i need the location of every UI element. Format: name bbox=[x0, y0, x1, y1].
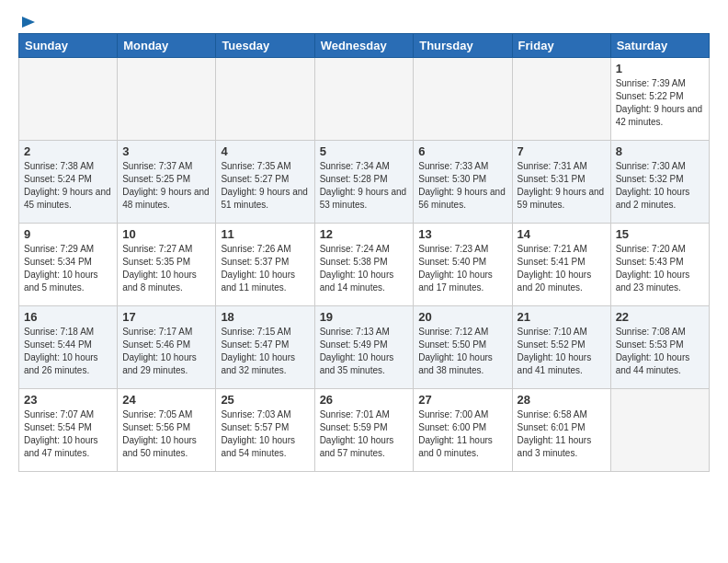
calendar-day-cell bbox=[216, 58, 314, 141]
day-number: 6 bbox=[418, 144, 506, 158]
calendar-week-row: 9Sunrise: 7:29 AM Sunset: 5:34 PM Daylig… bbox=[19, 224, 710, 306]
day-number: 21 bbox=[518, 310, 606, 324]
day-info: Sunrise: 7:18 AM Sunset: 5:44 PM Dayligh… bbox=[24, 326, 112, 377]
calendar-day-cell bbox=[512, 58, 610, 141]
calendar-day-cell: 26Sunrise: 7:01 AM Sunset: 5:59 PM Dayli… bbox=[314, 389, 414, 472]
day-info: Sunrise: 7:34 AM Sunset: 5:28 PM Dayligh… bbox=[320, 160, 409, 212]
calendar-day-cell: 23Sunrise: 7:07 AM Sunset: 5:54 PM Dayli… bbox=[19, 389, 118, 472]
day-info: Sunrise: 7:08 AM Sunset: 5:53 PM Dayligh… bbox=[616, 326, 704, 377]
day-info: Sunrise: 7:24 AM Sunset: 5:38 PM Dayligh… bbox=[320, 243, 409, 294]
day-number: 17 bbox=[122, 310, 210, 324]
weekday-header-tuesday: Tuesday bbox=[216, 34, 314, 58]
day-info: Sunrise: 7:37 AM Sunset: 5:25 PM Dayligh… bbox=[122, 160, 210, 212]
calendar-day-cell: 5Sunrise: 7:34 AM Sunset: 5:28 PM Daylig… bbox=[314, 141, 414, 224]
day-info: Sunrise: 7:33 AM Sunset: 5:30 PM Dayligh… bbox=[418, 160, 506, 212]
day-number: 13 bbox=[418, 227, 506, 241]
day-number: 8 bbox=[616, 144, 704, 158]
calendar-day-cell: 14Sunrise: 7:21 AM Sunset: 5:41 PM Dayli… bbox=[512, 224, 610, 306]
day-info: Sunrise: 7:23 AM Sunset: 5:40 PM Dayligh… bbox=[418, 243, 506, 294]
day-number: 10 bbox=[122, 227, 210, 241]
page: SundayMondayTuesdayWednesdayThursdayFrid… bbox=[0, 0, 728, 487]
calendar-day-cell bbox=[19, 58, 118, 141]
day-info: Sunrise: 7:21 AM Sunset: 5:41 PM Dayligh… bbox=[518, 243, 606, 294]
calendar-day-cell: 19Sunrise: 7:13 AM Sunset: 5:49 PM Dayli… bbox=[314, 306, 414, 389]
day-info: Sunrise: 7:29 AM Sunset: 5:34 PM Dayligh… bbox=[24, 243, 112, 294]
day-number: 18 bbox=[221, 310, 309, 324]
calendar-day-cell: 10Sunrise: 7:27 AM Sunset: 5:35 PM Dayli… bbox=[118, 224, 216, 306]
day-info: Sunrise: 7:12 AM Sunset: 5:50 PM Dayligh… bbox=[418, 326, 506, 377]
day-number: 19 bbox=[320, 310, 409, 324]
day-number: 5 bbox=[320, 144, 409, 158]
calendar-day-cell: 8Sunrise: 7:30 AM Sunset: 5:32 PM Daylig… bbox=[610, 141, 709, 224]
day-info: Sunrise: 7:35 AM Sunset: 5:27 PM Dayligh… bbox=[221, 160, 309, 212]
day-info: Sunrise: 7:01 AM Sunset: 5:59 PM Dayligh… bbox=[320, 408, 409, 460]
calendar-day-cell: 2Sunrise: 7:38 AM Sunset: 5:24 PM Daylig… bbox=[19, 141, 118, 224]
day-info: Sunrise: 7:10 AM Sunset: 5:52 PM Dayligh… bbox=[518, 326, 606, 377]
weekday-header-monday: Monday bbox=[118, 34, 216, 58]
calendar-day-cell: 13Sunrise: 7:23 AM Sunset: 5:40 PM Dayli… bbox=[414, 224, 512, 306]
day-number: 25 bbox=[221, 393, 309, 407]
day-number: 9 bbox=[24, 227, 112, 241]
day-number: 2 bbox=[24, 144, 112, 158]
calendar-day-cell: 3Sunrise: 7:37 AM Sunset: 5:25 PM Daylig… bbox=[118, 141, 216, 224]
day-number: 27 bbox=[418, 393, 506, 407]
calendar-day-cell: 24Sunrise: 7:05 AM Sunset: 5:56 PM Dayli… bbox=[118, 389, 216, 472]
calendar-day-cell: 22Sunrise: 7:08 AM Sunset: 5:53 PM Dayli… bbox=[610, 306, 709, 389]
day-info: Sunrise: 7:05 AM Sunset: 5:56 PM Dayligh… bbox=[122, 408, 210, 460]
day-number: 3 bbox=[122, 144, 210, 158]
svg-marker-0 bbox=[22, 17, 35, 28]
day-info: Sunrise: 6:58 AM Sunset: 6:01 PM Dayligh… bbox=[518, 408, 606, 460]
calendar-day-cell: 4Sunrise: 7:35 AM Sunset: 5:27 PM Daylig… bbox=[216, 141, 314, 224]
calendar-day-cell: 1Sunrise: 7:39 AM Sunset: 5:22 PM Daylig… bbox=[610, 58, 709, 141]
day-number: 7 bbox=[518, 144, 606, 158]
calendar-day-cell: 17Sunrise: 7:17 AM Sunset: 5:46 PM Dayli… bbox=[118, 306, 216, 389]
logo-flag-icon bbox=[20, 15, 37, 31]
calendar-week-row: 2Sunrise: 7:38 AM Sunset: 5:24 PM Daylig… bbox=[19, 141, 710, 224]
calendar-day-cell: 9Sunrise: 7:29 AM Sunset: 5:34 PM Daylig… bbox=[19, 224, 118, 306]
day-info: Sunrise: 7:00 AM Sunset: 6:00 PM Dayligh… bbox=[418, 408, 506, 460]
day-number: 22 bbox=[616, 310, 704, 324]
day-number: 4 bbox=[221, 144, 309, 158]
calendar-day-cell: 28Sunrise: 6:58 AM Sunset: 6:01 PM Dayli… bbox=[512, 389, 610, 472]
calendar-day-cell: 16Sunrise: 7:18 AM Sunset: 5:44 PM Dayli… bbox=[19, 306, 118, 389]
day-number: 12 bbox=[320, 227, 409, 241]
calendar-day-cell: 25Sunrise: 7:03 AM Sunset: 5:57 PM Dayli… bbox=[216, 389, 314, 472]
day-number: 1 bbox=[616, 62, 704, 75]
day-info: Sunrise: 7:27 AM Sunset: 5:35 PM Dayligh… bbox=[122, 243, 210, 294]
logo bbox=[18, 15, 37, 26]
day-number: 20 bbox=[418, 310, 506, 324]
calendar-day-cell: 21Sunrise: 7:10 AM Sunset: 5:52 PM Dayli… bbox=[512, 306, 610, 389]
calendar-day-cell: 27Sunrise: 7:00 AM Sunset: 6:00 PM Dayli… bbox=[414, 389, 512, 472]
weekday-header-friday: Friday bbox=[512, 34, 610, 58]
calendar-week-row: 1Sunrise: 7:39 AM Sunset: 5:22 PM Daylig… bbox=[19, 58, 710, 141]
calendar-day-cell: 12Sunrise: 7:24 AM Sunset: 5:38 PM Dayli… bbox=[314, 224, 414, 306]
day-number: 26 bbox=[320, 393, 409, 407]
day-info: Sunrise: 7:38 AM Sunset: 5:24 PM Dayligh… bbox=[24, 160, 112, 212]
day-info: Sunrise: 7:15 AM Sunset: 5:47 PM Dayligh… bbox=[221, 326, 309, 377]
day-number: 11 bbox=[221, 227, 309, 241]
day-info: Sunrise: 7:31 AM Sunset: 5:31 PM Dayligh… bbox=[518, 160, 606, 212]
day-info: Sunrise: 7:13 AM Sunset: 5:49 PM Dayligh… bbox=[320, 326, 409, 377]
weekday-header-thursday: Thursday bbox=[414, 34, 512, 58]
day-info: Sunrise: 7:26 AM Sunset: 5:37 PM Dayligh… bbox=[221, 243, 309, 294]
day-info: Sunrise: 7:39 AM Sunset: 5:22 PM Dayligh… bbox=[616, 77, 704, 129]
calendar-day-cell: 6Sunrise: 7:33 AM Sunset: 5:30 PM Daylig… bbox=[414, 141, 512, 224]
header bbox=[18, 15, 710, 26]
calendar-day-cell bbox=[118, 58, 216, 141]
day-number: 24 bbox=[122, 393, 210, 407]
calendar-day-cell: 15Sunrise: 7:20 AM Sunset: 5:43 PM Dayli… bbox=[610, 224, 709, 306]
calendar-table: SundayMondayTuesdayWednesdayThursdayFrid… bbox=[18, 33, 710, 472]
weekday-header-wednesday: Wednesday bbox=[314, 34, 414, 58]
calendar-day-cell bbox=[414, 58, 512, 141]
day-info: Sunrise: 7:20 AM Sunset: 5:43 PM Dayligh… bbox=[616, 243, 704, 294]
day-number: 14 bbox=[518, 227, 606, 241]
day-number: 16 bbox=[24, 310, 112, 324]
day-number: 28 bbox=[518, 393, 606, 407]
day-number: 23 bbox=[24, 393, 112, 407]
weekday-header-saturday: Saturday bbox=[610, 34, 709, 58]
calendar-day-cell: 11Sunrise: 7:26 AM Sunset: 5:37 PM Dayli… bbox=[216, 224, 314, 306]
day-number: 15 bbox=[616, 227, 704, 241]
calendar-day-cell bbox=[610, 389, 709, 472]
calendar-week-row: 16Sunrise: 7:18 AM Sunset: 5:44 PM Dayli… bbox=[19, 306, 710, 389]
calendar-day-cell: 20Sunrise: 7:12 AM Sunset: 5:50 PM Dayli… bbox=[414, 306, 512, 389]
